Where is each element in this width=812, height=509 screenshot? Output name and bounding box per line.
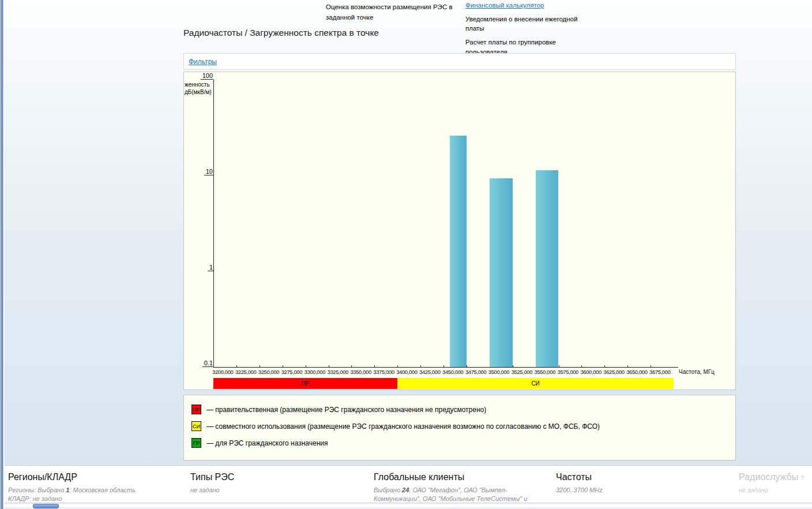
x-tick-mark: [559, 365, 559, 367]
x-tick-label: 3525,000: [512, 369, 532, 375]
clients-line1-pre: Выбрано: [374, 486, 402, 493]
x-tick-mark: [513, 365, 513, 367]
y-axis-line: [213, 80, 214, 367]
footer-radio-services-value: не задано: [739, 486, 808, 495]
x-tick-mark: [260, 365, 260, 367]
legend-description-si: — совместного использования (размещение …: [206, 422, 600, 431]
legend-panel: ПР — правительственная (размещение РЭС г…: [183, 395, 736, 461]
y-axis-label-line1: женность: [185, 81, 210, 88]
plot-area: женность дБ(мкВ/м) 1001010.13200,0003225…: [184, 72, 735, 390]
y-tick-label: 1: [184, 264, 213, 271]
top-menu-column: Финансовый калькулятор Уведомления о вне…: [465, 1, 578, 57]
clients-line1-count: 24: [402, 486, 409, 493]
x-tick-mark: [651, 365, 651, 367]
x-axis-line: [213, 367, 678, 368]
x-tick-mark: [329, 365, 329, 367]
footer-col-frequencies: Частоты 3200..3700 MHz: [556, 472, 683, 495]
x-tick-label: 3350,000: [350, 369, 371, 375]
x-tick-mark: [467, 365, 467, 367]
y-axis-label-line2: дБ(мкВ/м): [185, 88, 212, 96]
legend-swatch-pr: ПР: [191, 405, 201, 414]
x-tick-label: 3325,000: [328, 369, 348, 375]
footer-regions-title[interactable]: Регионы/КЛАДР: [8, 472, 181, 482]
x-tick-label: 3375,000: [373, 369, 394, 375]
footer-col-res-types: Типы РЭС не задано: [190, 472, 317, 495]
regions-line2: КЛАДР: не задано: [8, 495, 62, 502]
legend-description-gr: — для РЭС гражданского назначения: [206, 439, 328, 447]
x-tick-label: 3275,000: [281, 369, 302, 375]
radio-services-label: Радиослужбы: [739, 472, 798, 482]
legend-row-pr: ПР — правительственная (размещение РЭС г…: [191, 405, 735, 414]
x-tick-mark: [627, 365, 628, 367]
x-tick-label: 3575,000: [558, 369, 578, 375]
filters-panel: Фильтры: [183, 53, 736, 70]
x-tick-label: 3450,000: [442, 369, 463, 375]
x-tick-label: 3600,000: [580, 369, 601, 375]
footer-col-regions: Регионы/КЛАДР Регионы: Выбрано 1: Москов…: [8, 472, 181, 504]
scrollbar-thumb[interactable]: [33, 504, 59, 508]
x-tick-label: 3650,000: [626, 369, 647, 375]
regions-line1-post: : Московская область: [69, 486, 135, 493]
legend-description-pr: — правительственная (размещение РЭС граж…: [206, 406, 486, 414]
help-icon[interactable]: ?: [800, 474, 804, 481]
x-tick-mark: [236, 365, 237, 367]
x-tick-label: 3550,000: [535, 369, 555, 375]
footer-frequencies-title[interactable]: Частоты: [556, 472, 683, 482]
x-tick-label: 3625,000: [603, 369, 624, 375]
legend-swatch-si: СИ: [191, 421, 201, 431]
filters-link[interactable]: Фильтры: [189, 58, 217, 66]
window-left-border: [0, 0, 5, 509]
x-tick-label: 3225,000: [235, 369, 256, 375]
y-tick-label: 10: [184, 168, 213, 175]
x-tick-label: 3425,000: [419, 369, 440, 375]
x-tick-mark: [374, 365, 375, 367]
x-tick-label: 3675,000: [649, 369, 670, 375]
y-tick-label: 100: [184, 72, 213, 80]
x-axis-title: Частота, МГц: [679, 369, 715, 375]
menu-item-financial-calculator[interactable]: Финансовый калькулятор: [465, 1, 578, 10]
spectrum-bar: [536, 170, 559, 367]
footer-frequencies-value: 3200..3700 MHz: [556, 486, 683, 495]
footer-radio-services-title: Радиослужбы?: [739, 472, 808, 482]
x-tick-mark: [306, 365, 306, 367]
x-tick-mark: [351, 365, 352, 367]
footer-filter-summary: Регионы/КЛАДР Регионы: Выбрано 1: Москов…: [5, 465, 812, 503]
x-tick-label: 3250,000: [258, 369, 279, 375]
menu-item-placement-evaluation[interactable]: Оценка возможности размещения РЭС в зада…: [326, 2, 460, 23]
regions-line1-pre: Регионы: Выбрано: [8, 486, 66, 493]
legend-row-si: СИ — совместного использования (размещен…: [191, 421, 735, 431]
x-tick-mark: [443, 365, 444, 367]
x-tick-label: 3500,000: [488, 369, 509, 375]
page-title: Радиочастоты / Загруженность спектра в т…: [183, 28, 379, 38]
legend-swatch-gr: ГР: [191, 438, 201, 448]
footer-res-types-title[interactable]: Типы РЭС: [190, 472, 317, 482]
frequency-band-ПР: ПР: [213, 378, 397, 389]
footer-regions-value: Регионы: Выбрано 1: Московская область К…: [8, 486, 181, 504]
spectrum-bar: [490, 178, 513, 367]
footer-col-radio-services: Радиослужбы? не задано: [739, 472, 808, 495]
x-tick-mark: [283, 365, 283, 367]
x-tick-mark: [420, 365, 421, 367]
y-tick-label: 0.1: [184, 360, 213, 367]
spectrum-bar: [450, 136, 467, 367]
x-tick-mark: [581, 365, 582, 367]
x-tick-label: 3300,000: [304, 369, 325, 375]
x-tick-label: 3200,000: [212, 369, 233, 375]
x-tick-mark: [604, 365, 605, 367]
x-tick-mark: [213, 365, 214, 367]
menu-item-annual-fee-notifications[interactable]: Уведомления о внесении ежегодной платы: [465, 14, 578, 33]
footer-global-clients-title[interactable]: Глобальные клиенты: [374, 472, 536, 482]
horizontal-scrollbar[interactable]: [5, 503, 812, 509]
x-tick-mark: [397, 365, 398, 367]
x-tick-label: 3475,000: [465, 369, 486, 375]
legend-row-gr: ГР — для РЭС гражданского назначения: [191, 438, 735, 448]
x-tick-label: 3400,000: [396, 369, 417, 375]
spectrum-chart-panel: женность дБ(мкВ/м) 1001010.13200,0003225…: [183, 72, 736, 390]
frequency-band-СИ: СИ: [397, 378, 674, 389]
footer-res-types-value: не задано: [190, 486, 317, 495]
